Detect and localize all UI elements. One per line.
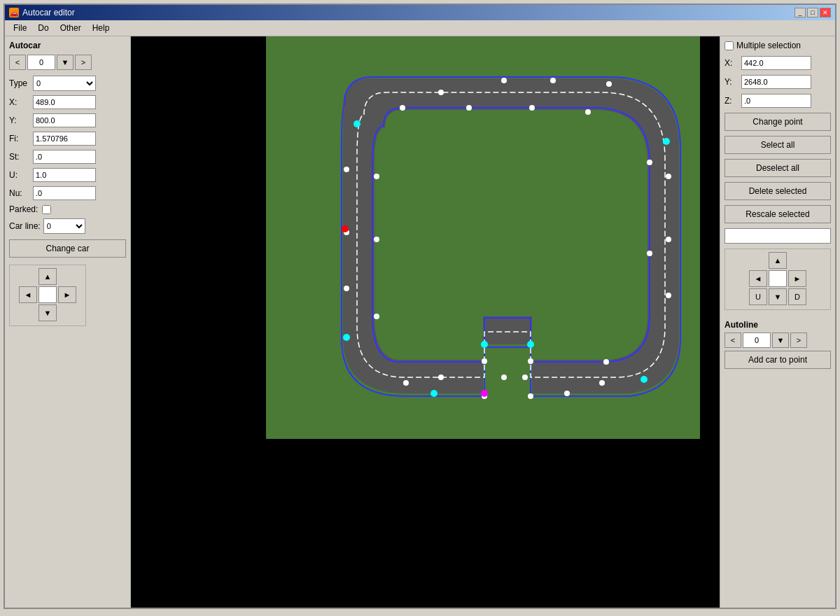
parked-checkbox[interactable] [42,205,51,214]
svg-point-35 [374,174,379,179]
title-controls: _ □ ✕ [794,8,831,18]
right-pad-bot-row: U ▼ D [728,288,827,305]
svg-point-30 [438,374,444,380]
svg-point-20 [344,167,349,172]
svg-point-3 [550,78,556,83]
track-view[interactable] [266,36,700,439]
right-pad-right-button[interactable]: ► [788,270,806,287]
left-panel: Autocar < ▼ > Type 0 X: Y: [5,36,131,608]
st-label: St: [9,152,30,162]
change-point-button[interactable]: Change point [724,113,831,131]
window-title: Autocar editor [22,8,75,18]
autocar-label: Autocar [9,41,126,50]
svg-point-22 [400,105,405,111]
change-car-button[interactable]: Change car [9,239,126,258]
nu-input[interactable] [33,186,96,200]
menu-help[interactable]: Help [87,22,115,34]
pad-top-row: ▲ [13,268,83,285]
select-all-button[interactable]: Select all [724,136,831,154]
right-pad-left-button[interactable]: ◄ [749,270,767,287]
car-line-label: Car line: [9,221,41,231]
right-x-row: X: [724,56,831,70]
svg-point-4 [606,81,612,87]
svg-point-27 [647,251,652,256]
autoline-prev-button[interactable]: < [724,332,741,348]
main-content: Autocar < ▼ > Type 0 X: Y: [5,36,835,608]
car-line-select[interactable]: 0 [43,218,85,234]
svg-point-28 [603,359,609,365]
left-pad-down-button[interactable]: ▼ [38,304,57,321]
right-panel: Multiple selection X: Y: Z: Change point… [720,36,835,608]
multiple-selection-checkbox[interactable] [724,41,734,50]
delete-selected-button[interactable]: Delete selected [724,182,831,200]
nu-label: Nu: [9,188,30,198]
add-car-to-point-button[interactable]: Add car to point [724,351,831,369]
autoline-label: Autoline [724,320,831,330]
main-window: 🚗 Autocar editor _ □ ✕ File Do Other Hel… [4,4,836,609]
svg-point-23 [466,105,472,111]
svg-point-5 [663,138,670,145]
menu-do[interactable]: Do [32,22,54,34]
right-y-input[interactable] [741,75,811,89]
center-canvas [131,36,720,608]
x-label: X: [9,97,30,107]
svg-point-1 [438,90,444,95]
autoline-next-button[interactable]: > [790,332,807,348]
rescale-selected-button[interactable]: Rescale selected [724,205,831,223]
svg-point-17 [344,286,349,291]
maximize-button[interactable]: □ [807,8,818,18]
svg-point-26 [647,160,652,165]
pad-mid-row: ◄ ► [13,286,83,303]
autoline-section: Autoline < ▼ > Add car to point [724,320,831,371]
type-select[interactable]: 0 [33,76,96,91]
right-pad-down-button[interactable]: ▼ [769,288,787,305]
minimize-button[interactable]: _ [794,8,806,18]
deselect-all-button[interactable]: Deselect all [724,159,831,177]
right-x-input[interactable] [741,56,811,70]
svg-point-24 [529,105,535,111]
svg-point-37 [527,341,534,348]
left-pad-left-button[interactable]: ◄ [19,286,37,303]
menu-other[interactable]: Other [55,22,87,34]
u-label: U: [9,170,30,180]
u-input[interactable] [33,168,96,182]
autoline-nav: < ▼ > [724,332,831,348]
close-button[interactable]: ✕ [820,8,831,18]
autocar-dropdown-button[interactable]: ▼ [57,55,74,70]
svg-point-32 [522,374,528,380]
u-field-row: U: [9,168,126,182]
fi-input[interactable] [33,132,96,146]
svg-point-36 [481,341,488,348]
right-pad-top-row: ▲ [728,252,827,269]
st-input[interactable] [33,150,96,164]
parked-label: Parked: [9,204,38,214]
nu-field-row: Nu: [9,186,126,200]
right-x-label: X: [724,58,738,68]
right-pad-up-button[interactable]: ▲ [769,252,787,269]
right-movement-pad: ▲ ◄ ► U ▼ D [724,248,831,310]
pad-center [38,286,57,303]
menubar: File Do Other Help [5,20,835,36]
menu-file[interactable]: File [8,22,32,34]
left-pad-right-button[interactable]: ► [58,286,76,303]
autoline-index-input[interactable] [743,332,771,348]
autocar-next-button[interactable]: > [75,55,92,70]
right-pad-d-button[interactable]: D [788,288,806,305]
svg-point-12 [482,358,487,364]
svg-point-7 [666,237,671,242]
svg-point-14 [430,390,438,397]
left-pad-up-button[interactable]: ▲ [38,268,57,285]
right-z-input[interactable] [741,94,811,108]
scale-input[interactable] [724,228,831,244]
right-pad-u-button[interactable]: U [749,288,767,305]
svg-point-25 [585,109,591,115]
x-input[interactable] [33,95,96,109]
autoline-dropdown-button[interactable]: ▼ [772,332,789,348]
y-input[interactable] [33,113,96,127]
autocar-prev-button[interactable]: < [9,55,26,70]
multiple-selection-label: Multiple selection [736,41,801,50]
svg-point-38 [564,391,570,396]
svg-point-19 [342,225,349,232]
parked-row: Parked: [9,204,126,214]
autocar-index-input[interactable] [27,55,55,70]
